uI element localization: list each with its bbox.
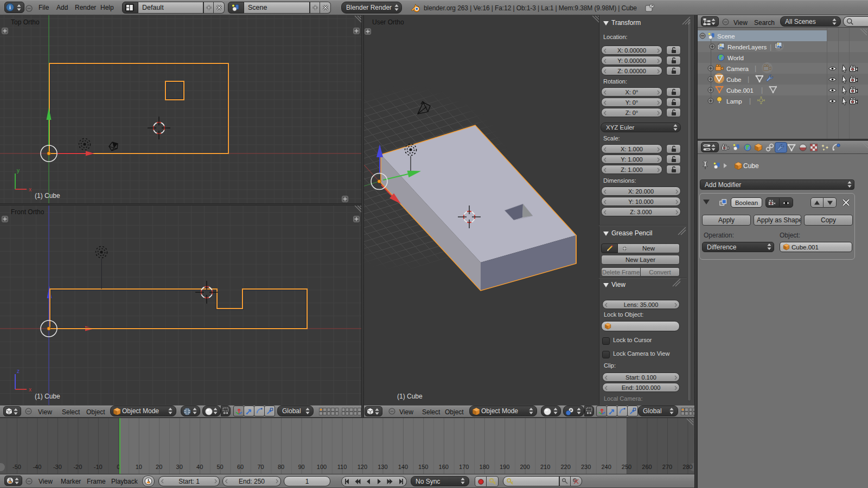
svg-text:z: z bbox=[17, 368, 20, 374]
svg-text:i: i bbox=[9, 4, 11, 10]
svg-text:x: x bbox=[29, 387, 31, 393]
svg-text:y: y bbox=[17, 168, 20, 174]
svg-text:x: x bbox=[29, 187, 31, 192]
